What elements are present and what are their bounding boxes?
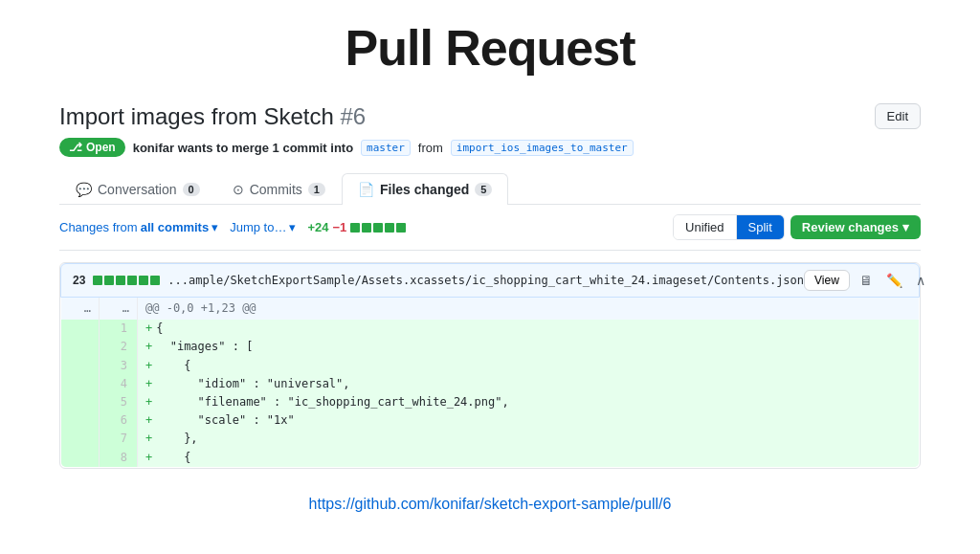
file-header-left: 23 ...ample/SketchExportSample/Assets.xc… <box>73 274 804 287</box>
table-row: 6 + "scale" : "1x" <box>61 411 920 430</box>
changes-from-select[interactable]: Changes from all commits ▾ <box>59 220 218 234</box>
diff-toolbar-right: Unified Split Review changes ▾ <box>673 214 921 240</box>
file-sq-5 <box>139 276 148 285</box>
file-edit-icon-button[interactable]: ✏️ <box>882 270 906 291</box>
jump-to-arrow: ▾ <box>289 220 296 234</box>
pr-head-branch: import_ios_images_to_master <box>451 140 634 156</box>
file-sq-4 <box>127 276 137 285</box>
file-sq-2 <box>104 276 114 285</box>
file-change-count: 23 <box>73 274 85 287</box>
pr-meta-author: konifar wants to merge 1 commit into <box>133 141 353 155</box>
pr-from-text: from <box>418 141 443 155</box>
file-sq-3 <box>116 276 125 285</box>
all-commits-link: all commits <box>141 220 210 234</box>
file-sq-6 <box>150 276 160 285</box>
pr-status-icon: ⎇ <box>69 141 82 154</box>
file-sq-1 <box>93 276 102 285</box>
line-old-3 <box>61 357 100 375</box>
changes-from-label: Changes from <box>59 220 138 234</box>
tab-files-label: Files changed <box>380 182 469 197</box>
file-squares <box>93 276 160 285</box>
pr-number: #6 <box>340 103 366 129</box>
table-row: 8 + { <box>61 449 920 468</box>
tab-commits-count: 1 <box>308 183 325 196</box>
line-new-8: 8 <box>100 449 138 468</box>
hunk-info: @@ -0,0 +1,23 @@ <box>138 298 920 320</box>
diff-stats: +24 −1 <box>307 220 406 234</box>
hunk-new-num: … <box>100 298 138 320</box>
line-code-6: + "scale" : "1x" <box>138 411 920 430</box>
footnote-link-section: https://github.com/konifar/sketch-export… <box>59 496 921 513</box>
line-code-7: + }, <box>138 430 920 448</box>
file-display-icon-button[interactable]: 🖥 <box>856 270 877 291</box>
line-old-5 <box>61 393 100 411</box>
diff-toolbar: Changes from all commits ▾ Jump to… ▾ +2… <box>59 205 921 251</box>
tab-files-count: 5 <box>475 183 492 196</box>
line-new-4: 4 <box>100 375 138 393</box>
line-new-3: 3 <box>100 357 138 375</box>
diff-deletions: −1 <box>333 220 347 234</box>
jump-to-select[interactable]: Jump to… ▾ <box>230 220 296 234</box>
view-toggle: Unified Split <box>673 214 785 240</box>
diff-sq-3 <box>373 223 383 233</box>
tab-conversation-count: 0 <box>183 183 200 196</box>
pr-title: Import images from Sketch #6 <box>59 103 366 130</box>
jump-to-label: Jump to… <box>230 220 286 234</box>
table-row: 3 + { <box>61 357 920 375</box>
line-old-8 <box>61 449 100 468</box>
hunk-old-num: … <box>61 298 100 320</box>
file-header: 23 ...ample/SketchExportSample/Assets.xc… <box>60 263 920 298</box>
line-code-5: + "filename" : "ic_shopping_cart_white_2… <box>138 393 920 411</box>
line-new-2: 2 <box>100 338 138 356</box>
pr-status-badge: ⎇ Open <box>59 138 125 157</box>
hunk-header-row: … … @@ -0,0 +1,23 @@ <box>61 298 920 320</box>
tab-files-changed[interactable]: 📄 Files changed 5 <box>342 173 508 205</box>
line-new-7: 7 <box>100 430 138 448</box>
file-view-button[interactable]: View <box>804 270 850 291</box>
unified-view-button[interactable]: Unified <box>674 215 736 239</box>
files-icon: 📄 <box>358 182 374 197</box>
pr-meta: ⎇ Open konifar wants to merge 1 commit i… <box>59 138 921 157</box>
line-code-4: + "idiom" : "universal", <box>138 375 920 393</box>
table-row: 4 + "idiom" : "universal", <box>61 375 920 393</box>
split-view-button[interactable]: Split <box>737 215 784 239</box>
diff-additions: +24 <box>307 220 328 234</box>
review-changes-arrow: ▾ <box>902 220 909 234</box>
file-collapse-button[interactable]: ∧ <box>912 270 929 291</box>
line-new-6: 6 <box>100 411 138 430</box>
diff-squares <box>350 223 406 233</box>
table-row: 1 +{ <box>61 320 920 338</box>
diff-table: … … @@ -0,0 +1,23 @@ 1 +{ 2 + "images" :… <box>60 298 920 468</box>
changes-from-arrow: ▾ <box>212 220 218 234</box>
line-old-4 <box>61 375 100 393</box>
edit-button[interactable]: Edit <box>875 103 921 129</box>
diff-sq-1 <box>350 223 360 233</box>
diff-sq-4 <box>385 223 394 233</box>
line-new-1: 1 <box>100 320 138 338</box>
tab-conversation[interactable]: 💬 Conversation 0 <box>59 173 216 205</box>
conversation-icon: 💬 <box>76 182 92 197</box>
line-code-1: +{ <box>138 320 920 338</box>
table-row: 5 + "filename" : "ic_shopping_cart_white… <box>61 393 920 411</box>
line-code-3: + { <box>138 357 920 375</box>
line-code-8: + { <box>138 449 920 468</box>
github-pr-link[interactable]: https://github.com/konifar/sketch-export… <box>309 496 672 512</box>
commits-icon: ⊙ <box>233 182 244 197</box>
file-diff-section: 23 ...ample/SketchExportSample/Assets.xc… <box>59 262 921 469</box>
diff-sq-5 <box>396 223 406 233</box>
pr-tabs: 💬 Conversation 0 ⊙ Commits 1 📄 Files cha… <box>59 172 921 205</box>
tab-commits-label: Commits <box>250 182 302 197</box>
diff-toolbar-left: Changes from all commits ▾ Jump to… ▾ +2… <box>59 220 406 234</box>
file-path: ...ample/SketchExportSample/Assets.xcass… <box>167 274 804 287</box>
review-changes-label: Review changes <box>802 220 899 234</box>
line-old-6 <box>61 411 100 430</box>
tab-commits[interactable]: ⊙ Commits 1 <box>216 173 342 205</box>
line-old-7 <box>61 430 100 448</box>
review-changes-button[interactable]: Review changes ▾ <box>791 215 921 239</box>
table-row: 7 + }, <box>61 430 920 448</box>
pr-base-branch: master <box>361 140 411 156</box>
line-new-5: 5 <box>100 393 138 411</box>
tab-conversation-label: Conversation <box>98 182 177 197</box>
line-old-2 <box>61 338 100 356</box>
line-code-2: + "images" : [ <box>138 338 920 356</box>
